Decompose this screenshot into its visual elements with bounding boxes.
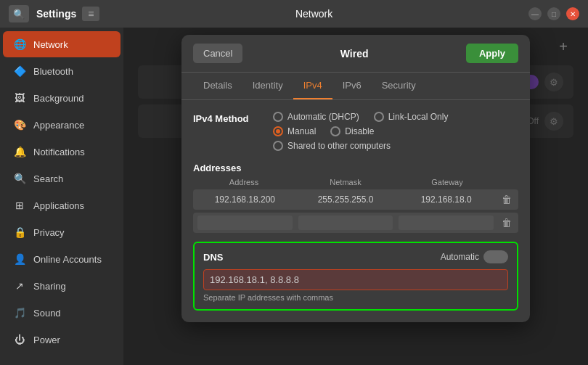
radio-link-local[interactable]: Link-Local Only	[374, 112, 449, 122]
radio-row-2: Manual Disable	[273, 126, 518, 136]
dns-auto-text: Automatic	[441, 252, 479, 262]
titlebar-search-icon[interactable]: 🔍	[9, 5, 29, 22]
sound-icon: 🎵	[13, 306, 26, 319]
radio-manual[interactable]: Manual	[273, 126, 316, 136]
sidebar-label-notifications: Notifications	[33, 147, 85, 157]
network-icon: 🌐	[13, 38, 26, 51]
delete-addr-row-1[interactable]: 🗑	[499, 192, 514, 207]
main-layout: 🌐 Network 🔷 Bluetooth 🖼 Background 🎨 App…	[0, 28, 588, 365]
sidebar-label-bluetooth: Bluetooth	[33, 66, 73, 77]
sidebar-item-background[interactable]: 🖼 Background	[3, 85, 121, 111]
radio-shared[interactable]: Shared to other computers	[273, 141, 391, 151]
col-header-netmask: Netmask	[298, 178, 393, 186]
sidebar-label-appearance: Appearance	[33, 120, 84, 131]
radio-row-3: Shared to other computers	[273, 141, 518, 151]
radio-circle-manual	[273, 126, 283, 136]
addr-cell-netmask-1: 255.255.255.0	[298, 194, 393, 205]
dialog-overlay: Cancel Wired Apply Details Identity IPv4	[123, 28, 588, 365]
ipv4-method-group: Automatic (DHCP) Link-Local Only	[273, 112, 518, 151]
delete-addr-row-2[interactable]: 🗑	[499, 216, 514, 230]
addresses-title: Addresses	[193, 163, 518, 173]
dialog-header: Cancel Wired Apply	[181, 35, 530, 73]
dns-section: DNS Automatic Separate IP addresses with…	[193, 242, 518, 311]
menu-button[interactable]: ≡	[82, 7, 99, 21]
search-sidebar-icon: 🔍	[13, 172, 26, 185]
radio-circle-link-local	[374, 112, 384, 122]
radio-label-shared: Shared to other computers	[287, 141, 391, 151]
addr-cell-gateway-1: 192.168.18.0	[399, 194, 494, 205]
radio-circle-dhcp	[273, 112, 283, 122]
dns-auto-toggle[interactable]	[483, 250, 508, 263]
col-header-address: Address	[196, 178, 292, 186]
sidebar-label-online-accounts: Online Accounts	[33, 254, 102, 265]
tab-ipv4[interactable]: IPv4	[293, 73, 332, 99]
radio-dhcp[interactable]: Automatic (DHCP)	[273, 112, 359, 122]
sharing-icon: ↗	[13, 279, 26, 292]
addr-col-headers: Address Netmask Gateway	[193, 178, 518, 186]
window-controls: — □ ✕	[528, 7, 579, 20]
online-accounts-icon: 👤	[13, 253, 26, 266]
addresses-section: Addresses Address Netmask Gateway 192.16…	[193, 163, 518, 233]
sidebar-item-privacy[interactable]: 🔒 Privacy	[3, 219, 121, 245]
radio-label-manual: Manual	[287, 126, 316, 136]
dns-label: DNS	[203, 252, 223, 263]
sidebar-item-power[interactable]: ⏻ Power	[3, 327, 121, 353]
sidebar-item-online-accounts[interactable]: 👤 Online Accounts	[3, 246, 121, 272]
ipv4-method-label: IPv4 Method	[193, 112, 273, 124]
dns-hint: Separate IP addresses with commas	[203, 293, 508, 302]
sidebar-item-notifications[interactable]: 🔔 Notifications	[3, 139, 121, 165]
addr-row-2: 🗑	[193, 213, 518, 233]
bluetooth-icon: 🔷	[13, 65, 26, 78]
tab-details[interactable]: Details	[193, 73, 242, 99]
radio-label-disable: Disable	[345, 126, 374, 136]
sidebar-item-applications[interactable]: ⊞ Applications	[3, 192, 121, 218]
sidebar-label-sound: Sound	[33, 308, 61, 319]
dialog-body: IPv4 Method Automatic (DHCP) Link-Local …	[181, 100, 530, 322]
sidebar-item-search[interactable]: 🔍 Search	[3, 165, 121, 192]
privacy-icon: 🔒	[13, 226, 26, 239]
power-icon: ⏻	[13, 333, 26, 346]
sidebar-label-search: Search	[33, 173, 63, 184]
cancel-button[interactable]: Cancel	[193, 44, 242, 63]
menu-icon: ≡	[88, 8, 94, 20]
sidebar-label-privacy: Privacy	[33, 227, 65, 238]
addr-input-address-2[interactable]	[197, 216, 293, 230]
sidebar-label-power: Power	[33, 335, 60, 345]
titlebar: 🔍 Settings ≡ Network — □ ✕	[0, 0, 588, 28]
dialog-tabs: Details Identity IPv4 IPv6 Security	[181, 73, 530, 100]
radio-disable[interactable]: Disable	[330, 126, 374, 136]
sidebar-item-sound[interactable]: 🎵 Sound	[3, 300, 121, 326]
sidebar-item-network[interactable]: 🌐 Network	[3, 31, 121, 57]
addr-cell-address-1: 192.168.18.200	[197, 194, 293, 205]
search-icon: 🔍	[13, 9, 25, 20]
apply-button[interactable]: Apply	[466, 44, 518, 63]
close-button[interactable]: ✕	[566, 7, 579, 20]
background-icon: 🖼	[13, 91, 26, 104]
sidebar: 🌐 Network 🔷 Bluetooth 🖼 Background 🎨 App…	[0, 28, 123, 365]
content-area: + ⚙ Off ⚙ Cance	[123, 28, 588, 365]
tab-identity[interactable]: Identity	[242, 73, 293, 99]
radio-label-dhcp: Automatic (DHCP)	[287, 112, 359, 122]
appearance-icon: 🎨	[13, 118, 26, 131]
dns-input[interactable]	[203, 269, 508, 290]
wired-dialog: Cancel Wired Apply Details Identity IPv4	[181, 35, 530, 322]
sidebar-item-appearance[interactable]: 🎨 Appearance	[3, 112, 121, 138]
app-title: Settings	[36, 8, 76, 20]
restore-button[interactable]: □	[547, 7, 560, 20]
sidebar-item-bluetooth[interactable]: 🔷 Bluetooth	[3, 58, 121, 84]
sidebar-item-sharing[interactable]: ↗ Sharing	[3, 273, 121, 299]
radio-circle-disable	[330, 126, 340, 136]
ipv4-method-row: IPv4 Method Automatic (DHCP) Link-Local …	[193, 112, 518, 151]
radio-label-link-local: Link-Local Only	[388, 112, 449, 122]
sidebar-label-applications: Applications	[33, 200, 84, 211]
col-header-gateway: Gateway	[399, 178, 495, 186]
radio-circle-shared	[273, 141, 283, 151]
minimize-button[interactable]: —	[528, 7, 542, 20]
radio-row-1: Automatic (DHCP) Link-Local Only	[273, 112, 518, 122]
tab-ipv6[interactable]: IPv6	[332, 73, 372, 99]
notifications-icon: 🔔	[13, 145, 26, 158]
sidebar-label-background: Background	[33, 93, 83, 104]
addr-input-gateway-2[interactable]	[399, 216, 494, 230]
addr-input-netmask-2[interactable]	[298, 216, 393, 230]
tab-security[interactable]: Security	[372, 73, 426, 99]
